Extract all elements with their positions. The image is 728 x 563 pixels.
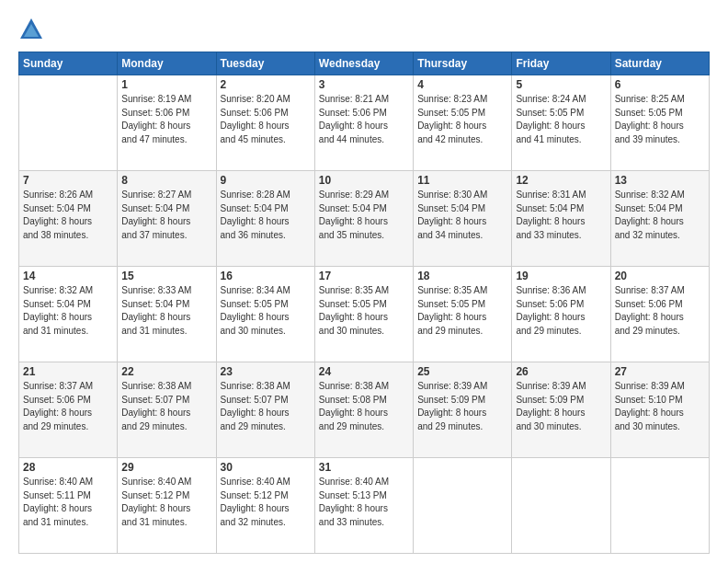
day-cell: 3Sunrise: 8:21 AM Sunset: 5:06 PM Daylig… xyxy=(314,75,413,171)
day-cell: 27Sunrise: 8:39 AM Sunset: 5:10 PM Dayli… xyxy=(610,362,709,458)
day-info: Sunrise: 8:25 AM Sunset: 5:05 PM Dayligh… xyxy=(615,93,705,146)
day-number: 28 xyxy=(23,461,113,474)
day-cell: 16Sunrise: 8:34 AM Sunset: 5:05 PM Dayli… xyxy=(216,267,314,362)
day-cell: 19Sunrise: 8:36 AM Sunset: 5:06 PM Dayli… xyxy=(512,267,610,362)
week-row-3: 14Sunrise: 8:32 AM Sunset: 5:04 PM Dayli… xyxy=(19,267,710,362)
day-info: Sunrise: 8:38 AM Sunset: 5:07 PM Dayligh… xyxy=(221,380,311,433)
day-cell: 29Sunrise: 8:40 AM Sunset: 5:12 PM Dayli… xyxy=(118,458,216,554)
day-number: 9 xyxy=(221,174,311,187)
day-info: Sunrise: 8:20 AM Sunset: 5:06 PM Dayligh… xyxy=(221,93,311,146)
day-cell: 6Sunrise: 8:25 AM Sunset: 5:05 PM Daylig… xyxy=(610,75,709,171)
day-info: Sunrise: 8:21 AM Sunset: 5:06 PM Dayligh… xyxy=(319,93,409,146)
weekday-header-friday: Friday xyxy=(512,52,610,75)
day-cell: 17Sunrise: 8:35 AM Sunset: 5:05 PM Dayli… xyxy=(314,267,413,362)
day-number: 7 xyxy=(23,174,113,187)
day-number: 1 xyxy=(121,78,211,91)
day-number: 17 xyxy=(319,270,409,282)
weekday-header-thursday: Thursday xyxy=(414,52,512,75)
weekday-header-saturday: Saturday xyxy=(610,52,709,75)
logo-icon xyxy=(18,17,44,42)
day-number: 31 xyxy=(319,461,409,474)
day-number: 15 xyxy=(121,270,211,282)
day-cell: 26Sunrise: 8:39 AM Sunset: 5:09 PM Dayli… xyxy=(512,362,610,458)
day-number: 10 xyxy=(319,174,409,187)
day-number: 3 xyxy=(319,78,409,91)
day-cell: 13Sunrise: 8:32 AM Sunset: 5:04 PM Dayli… xyxy=(610,171,709,267)
day-info: Sunrise: 8:26 AM Sunset: 5:04 PM Dayligh… xyxy=(23,189,113,242)
day-cell: 24Sunrise: 8:38 AM Sunset: 5:08 PM Dayli… xyxy=(314,362,413,458)
day-cell xyxy=(610,458,709,554)
day-cell: 31Sunrise: 8:40 AM Sunset: 5:13 PM Dayli… xyxy=(314,458,413,554)
day-cell: 28Sunrise: 8:40 AM Sunset: 5:11 PM Dayli… xyxy=(19,458,118,554)
day-number: 8 xyxy=(121,174,211,187)
day-number: 18 xyxy=(417,270,507,282)
day-number: 12 xyxy=(516,174,606,187)
day-cell: 2Sunrise: 8:20 AM Sunset: 5:06 PM Daylig… xyxy=(216,75,314,171)
day-cell: 20Sunrise: 8:37 AM Sunset: 5:06 PM Dayli… xyxy=(610,267,709,362)
day-cell: 11Sunrise: 8:30 AM Sunset: 5:04 PM Dayli… xyxy=(414,171,512,267)
day-number: 19 xyxy=(516,270,606,282)
day-info: Sunrise: 8:23 AM Sunset: 5:05 PM Dayligh… xyxy=(417,93,507,146)
header xyxy=(18,17,710,42)
day-info: Sunrise: 8:35 AM Sunset: 5:05 PM Dayligh… xyxy=(417,284,507,338)
day-cell: 7Sunrise: 8:26 AM Sunset: 5:04 PM Daylig… xyxy=(19,171,118,267)
day-number: 5 xyxy=(516,78,606,91)
day-info: Sunrise: 8:40 AM Sunset: 5:13 PM Dayligh… xyxy=(319,476,409,529)
day-info: Sunrise: 8:38 AM Sunset: 5:07 PM Dayligh… xyxy=(121,380,211,433)
day-number: 13 xyxy=(615,174,705,187)
day-info: Sunrise: 8:32 AM Sunset: 5:04 PM Dayligh… xyxy=(23,284,113,338)
day-number: 20 xyxy=(615,270,705,282)
day-info: Sunrise: 8:40 AM Sunset: 5:12 PM Dayligh… xyxy=(221,476,311,529)
day-cell: 14Sunrise: 8:32 AM Sunset: 5:04 PM Dayli… xyxy=(19,267,118,362)
day-number: 2 xyxy=(221,78,311,91)
day-number: 4 xyxy=(417,78,507,91)
day-number: 22 xyxy=(121,365,211,378)
day-number: 23 xyxy=(221,365,311,378)
day-info: Sunrise: 8:24 AM Sunset: 5:05 PM Dayligh… xyxy=(516,93,606,146)
day-cell: 18Sunrise: 8:35 AM Sunset: 5:05 PM Dayli… xyxy=(414,267,512,362)
weekday-header-wednesday: Wednesday xyxy=(314,52,413,75)
day-number: 6 xyxy=(615,78,705,91)
day-number: 24 xyxy=(319,365,409,378)
day-number: 16 xyxy=(221,270,311,282)
day-cell xyxy=(19,75,118,171)
day-info: Sunrise: 8:34 AM Sunset: 5:05 PM Dayligh… xyxy=(221,284,311,338)
calendar-table: SundayMondayTuesdayWednesdayThursdayFrid… xyxy=(18,52,710,554)
day-cell: 21Sunrise: 8:37 AM Sunset: 5:06 PM Dayli… xyxy=(19,362,118,458)
day-cell: 25Sunrise: 8:39 AM Sunset: 5:09 PM Dayli… xyxy=(414,362,512,458)
day-info: Sunrise: 8:31 AM Sunset: 5:04 PM Dayligh… xyxy=(516,189,606,242)
day-info: Sunrise: 8:19 AM Sunset: 5:06 PM Dayligh… xyxy=(121,93,211,146)
day-info: Sunrise: 8:37 AM Sunset: 5:06 PM Dayligh… xyxy=(23,380,113,433)
day-cell xyxy=(512,458,610,554)
day-cell: 23Sunrise: 8:38 AM Sunset: 5:07 PM Dayli… xyxy=(216,362,314,458)
day-cell: 9Sunrise: 8:28 AM Sunset: 5:04 PM Daylig… xyxy=(216,171,314,267)
day-cell: 4Sunrise: 8:23 AM Sunset: 5:05 PM Daylig… xyxy=(414,75,512,171)
day-info: Sunrise: 8:40 AM Sunset: 5:12 PM Dayligh… xyxy=(121,476,211,529)
day-info: Sunrise: 8:32 AM Sunset: 5:04 PM Dayligh… xyxy=(615,189,705,242)
day-cell: 12Sunrise: 8:31 AM Sunset: 5:04 PM Dayli… xyxy=(512,171,610,267)
logo xyxy=(18,17,47,42)
day-info: Sunrise: 8:39 AM Sunset: 5:09 PM Dayligh… xyxy=(417,380,507,433)
day-cell: 30Sunrise: 8:40 AM Sunset: 5:12 PM Dayli… xyxy=(216,458,314,554)
day-cell: 1Sunrise: 8:19 AM Sunset: 5:06 PM Daylig… xyxy=(118,75,216,171)
day-cell xyxy=(414,458,512,554)
day-number: 26 xyxy=(516,365,606,378)
week-row-2: 7Sunrise: 8:26 AM Sunset: 5:04 PM Daylig… xyxy=(19,171,710,267)
day-cell: 22Sunrise: 8:38 AM Sunset: 5:07 PM Dayli… xyxy=(118,362,216,458)
day-info: Sunrise: 8:30 AM Sunset: 5:04 PM Dayligh… xyxy=(417,189,507,242)
day-info: Sunrise: 8:27 AM Sunset: 5:04 PM Dayligh… xyxy=(121,189,211,242)
day-number: 11 xyxy=(417,174,507,187)
week-row-4: 21Sunrise: 8:37 AM Sunset: 5:06 PM Dayli… xyxy=(19,362,710,458)
week-row-1: 1Sunrise: 8:19 AM Sunset: 5:06 PM Daylig… xyxy=(19,75,710,171)
day-cell: 15Sunrise: 8:33 AM Sunset: 5:04 PM Dayli… xyxy=(118,267,216,362)
day-cell: 10Sunrise: 8:29 AM Sunset: 5:04 PM Dayli… xyxy=(314,171,413,267)
week-row-5: 28Sunrise: 8:40 AM Sunset: 5:11 PM Dayli… xyxy=(19,458,710,554)
day-info: Sunrise: 8:35 AM Sunset: 5:05 PM Dayligh… xyxy=(319,284,409,338)
day-number: 30 xyxy=(221,461,311,474)
weekday-header-sunday: Sunday xyxy=(19,52,118,75)
weekday-header-monday: Monday xyxy=(118,52,216,75)
weekday-header-tuesday: Tuesday xyxy=(216,52,314,75)
day-info: Sunrise: 8:36 AM Sunset: 5:06 PM Dayligh… xyxy=(516,284,606,338)
day-number: 27 xyxy=(615,365,705,378)
day-info: Sunrise: 8:39 AM Sunset: 5:10 PM Dayligh… xyxy=(615,380,705,433)
